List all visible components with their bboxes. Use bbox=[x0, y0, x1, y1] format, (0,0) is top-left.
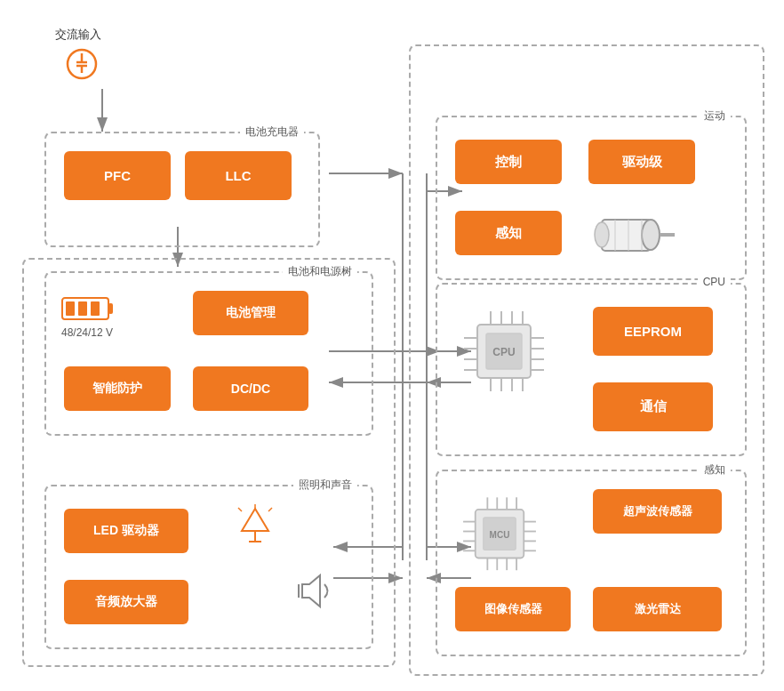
cpu-chip-icon: CPU bbox=[455, 302, 553, 408]
charger-box: 电池充电器 PFC LLC bbox=[44, 132, 320, 247]
battery-label: 电池和电源树 bbox=[283, 264, 357, 279]
motion-box: 运动 控制 驱动级 感知 bbox=[436, 116, 747, 280]
svg-marker-26 bbox=[242, 509, 268, 531]
svg-point-36 bbox=[642, 220, 660, 250]
battery-mgmt-btn: 电池管理 bbox=[193, 291, 308, 335]
svg-marker-33 bbox=[302, 575, 320, 607]
comm-btn: 通信 bbox=[593, 382, 713, 431]
battery-icon bbox=[60, 294, 114, 323]
svg-rect-24 bbox=[78, 301, 87, 316]
svg-point-37 bbox=[595, 222, 609, 247]
llc-btn: LLC bbox=[185, 151, 292, 200]
perception-label: 感知 bbox=[699, 462, 731, 478]
lighting-label: 照明和声音 bbox=[293, 478, 357, 493]
lighting-box: 照明和声音 LED 驱动器 音频放大器 bbox=[44, 485, 373, 649]
battery-box: 电池和电源树 48/24/12 V 电池管理 智能防护 DC/DC bbox=[44, 271, 373, 436]
speaker-icon bbox=[295, 571, 335, 615]
ac-input-label: 交流输入 bbox=[55, 27, 101, 43]
laser-btn: 激光雷达 bbox=[593, 587, 722, 631]
svg-rect-25 bbox=[91, 301, 100, 316]
led-btn: LED 驱动器 bbox=[64, 509, 188, 553]
cpu-label: CPU bbox=[698, 276, 731, 288]
pfc-btn: PFC bbox=[64, 151, 171, 200]
perception-box: 感知 MCU bbox=[436, 470, 747, 656]
diagram-container: 交流输入 电池充电器 PFC LLC 电池和电源树 bbox=[0, 0, 784, 691]
svg-line-30 bbox=[238, 508, 242, 511]
cpu-box: CPU CPU bbox=[436, 283, 747, 456]
dcdc-btn: DC/DC bbox=[193, 366, 308, 411]
ultrasonic-btn: 超声波传感器 bbox=[593, 489, 722, 534]
motor-icon bbox=[593, 211, 682, 263]
voltage-label: 48/24/12 V bbox=[61, 326, 113, 339]
svg-rect-23 bbox=[66, 301, 75, 316]
ac-plug-icon bbox=[64, 46, 100, 89]
protection-btn: 智能防护 bbox=[64, 366, 171, 411]
control-btn: 控制 bbox=[455, 140, 562, 184]
eeprom-btn: EEPROM bbox=[593, 307, 713, 356]
image-sensor-btn: 图像传感器 bbox=[455, 587, 571, 631]
motion-label: 运动 bbox=[699, 108, 731, 124]
mcu-chip-icon: MCU bbox=[455, 485, 544, 591]
drive-btn: 驱动级 bbox=[588, 140, 695, 184]
led-icon bbox=[233, 504, 277, 561]
sense-btn: 感知 bbox=[455, 211, 562, 255]
svg-rect-22 bbox=[108, 303, 113, 314]
svg-text:CPU: CPU bbox=[492, 346, 515, 358]
svg-text:MCU: MCU bbox=[490, 530, 510, 540]
charger-label: 电池充电器 bbox=[240, 125, 304, 140]
svg-line-31 bbox=[268, 508, 272, 511]
audio-btn: 音频放大器 bbox=[64, 580, 188, 624]
